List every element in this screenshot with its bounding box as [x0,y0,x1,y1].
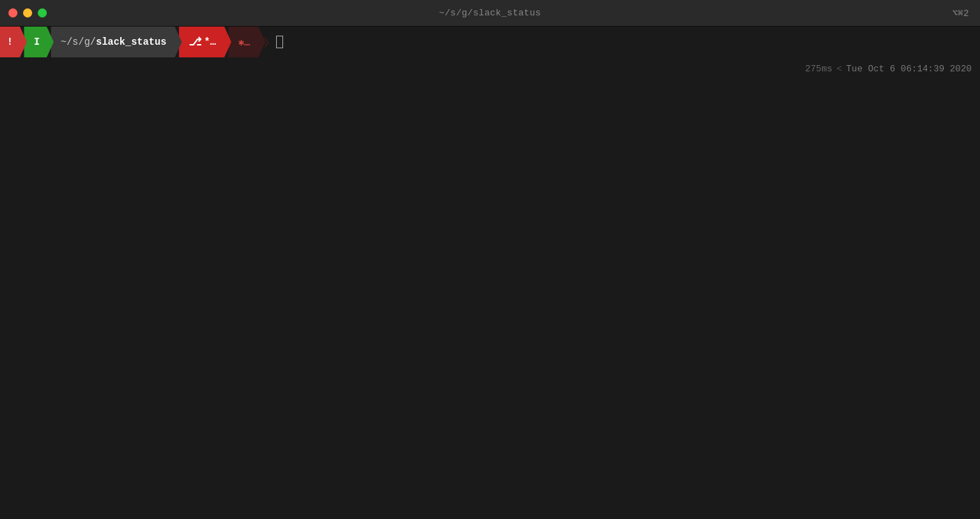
minimize-button[interactable] [23,8,32,17]
error-segment: ! [0,27,27,57]
path-prefix: ~/s/g/ [61,36,96,48]
shortcut-label: ⌥⌘2 [953,8,969,19]
datetime-label: Tue Oct 6 06:14:39 2020 [846,64,972,74]
terminal-cursor [276,36,283,48]
window-controls [8,8,47,17]
title-bar: ~/s/g/slack_status ⌥⌘2 [0,0,980,27]
terminal-body[interactable]: ! I ~/s/g/slack_status ⎇*… ✱… ❯ [0,27,980,519]
vim-mode-segment: I [24,27,53,57]
git-branch: *… [204,36,216,48]
git-segment: ⎇*… [179,27,231,57]
duration-label: 275ms [805,64,833,74]
prompt-container: ! I ~/s/g/slack_status ⎇*… ✱… ❯ [0,27,980,57]
path-segment: ~/s/g/slack_status [51,27,182,57]
status-bar-right: 275ms < Tue Oct 6 06:14:39 2020 [805,53,980,84]
prompt-line: ! I ~/s/g/slack_status ⎇*… ✱… ❯ [0,27,283,57]
path-bold: slack_status [96,36,166,48]
window-title: ~/s/g/slack_status [439,8,541,18]
vim-mode-label: I [34,36,39,48]
git-status-stars: ✱… [238,36,250,48]
separator-label: < [837,64,842,74]
git-status-segment: ✱… [229,27,266,57]
git-icon: ⎇ [189,35,201,49]
exclamation-mark: ! [7,36,13,48]
close-button[interactable] [8,8,17,17]
maximize-button[interactable] [38,8,47,17]
